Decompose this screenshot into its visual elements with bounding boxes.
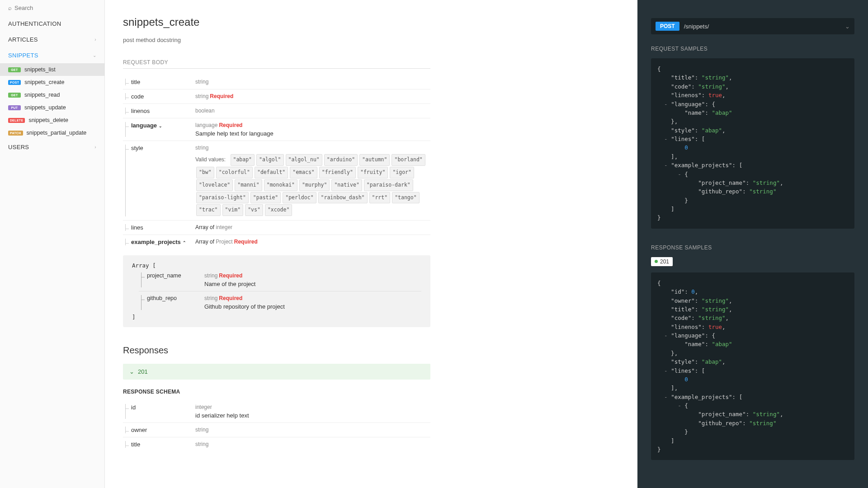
nav-label: SNIPPETS — [8, 52, 38, 59]
param-info: Array of ProjectRequired — [195, 239, 430, 245]
param-name: linenos — [123, 108, 195, 114]
nav-snippets[interactable]: SNIPPETS ⌄ — [0, 47, 104, 63]
required-label: Required — [219, 272, 242, 279]
enum-value: "paraiso-light" — [196, 192, 249, 204]
sub-item-label: snippets_delete — [28, 117, 68, 123]
sub-item-label: snippets_read — [24, 92, 60, 98]
enum-value: "colorful" — [216, 167, 253, 178]
param-info: boolean — [195, 108, 430, 114]
param-type: string — [195, 79, 208, 85]
valid-values: Valid values: "abap""algol""algol_nu""ar… — [195, 154, 430, 216]
sidebar-item-snippets_list[interactable]: GETsnippets_list — [0, 63, 104, 76]
chevron-right-icon: › — [94, 37, 96, 42]
param-row-example-projects[interactable]: example_projects⌃ Array of ProjectRequir… — [123, 235, 430, 249]
param-name: style — [123, 145, 195, 216]
enum-value: "algol" — [256, 154, 283, 166]
enum-value: "friendly" — [319, 167, 356, 178]
sub-item-label: snippets_update — [24, 104, 66, 111]
enum-value: "monokai" — [264, 179, 297, 191]
enum-value: "lovelace" — [196, 179, 233, 191]
search-icon: ⌕ — [8, 5, 12, 11]
request-body-heading: REQUEST BODY — [123, 59, 430, 69]
status-dot-icon — [655, 260, 658, 263]
param-desc: Github repository of the project — [204, 303, 285, 310]
enum-value: "emacs" — [290, 167, 317, 178]
sidebar-item-snippets_create[interactable]: POSTsnippets_create — [0, 76, 104, 89]
status-code: 201 — [660, 258, 669, 265]
endpoint-bar[interactable]: POST /snippets/ ⌄ — [651, 18, 854, 34]
param-type: integer — [216, 224, 232, 230]
nested-info: stringRequiredName of the project — [204, 272, 255, 287]
param-info: stringRequired — [195, 93, 430, 100]
param-desc: Name of the project — [204, 281, 255, 287]
method-tag: PUT — [8, 105, 21, 110]
sidebar-item-snippets_read[interactable]: GETsnippets_read — [0, 89, 104, 101]
required-label: Required — [210, 93, 233, 99]
array-close: ] — [132, 314, 421, 320]
param-type: Project — [216, 239, 232, 245]
response-code-block[interactable]: { "id": 0, "owner": "string", "title": "… — [651, 272, 854, 460]
enum-value: "rrt" — [369, 192, 391, 204]
enum-value: "igor" — [390, 167, 414, 178]
chevron-down-icon: ⌄ — [159, 124, 162, 128]
param-info: integerid serializer help text — [195, 404, 430, 419]
enum-value: "autumn" — [359, 154, 390, 166]
param-row-code: code stringRequired — [123, 89, 430, 104]
param-info: string — [195, 427, 430, 433]
param-name: title — [123, 441, 195, 448]
response-status-row[interactable]: ⌄ 201 — [123, 364, 430, 380]
schema-row-id: id integerid serializer help text — [123, 400, 430, 423]
param-row-linenos: linenos boolean — [123, 104, 430, 118]
method-tag: PATCH — [8, 131, 23, 136]
param-type: string — [195, 93, 208, 99]
param-row-style: style string Valid values: "abap""algol"… — [123, 141, 430, 221]
param-type: language — [195, 122, 217, 128]
enum-value: "xcode" — [265, 204, 292, 216]
responses-heading: Responses — [123, 345, 430, 356]
sidebar-item-snippets_delete[interactable]: DELETEsnippets_delete — [0, 114, 104, 127]
nested-name: project_name — [139, 272, 204, 287]
param-type: string — [195, 427, 208, 433]
param-desc: id serializer help text — [195, 412, 430, 419]
param-row-lines: lines Array of integer — [123, 221, 430, 235]
response-samples-heading: RESPONSE SAMPLES — [651, 244, 854, 251]
enum-value: "manni" — [235, 179, 262, 191]
nested-row-project-name: project_name stringRequiredName of the p… — [139, 269, 421, 291]
status-pill[interactable]: 201 — [651, 257, 673, 266]
endpoint-method: POST — [656, 22, 679, 31]
nav-users[interactable]: USERS › — [0, 139, 104, 155]
nav-label: ARTICLES — [8, 36, 38, 43]
schema-row-title: title string — [123, 437, 430, 451]
param-row-language[interactable]: language⌄ languageRequired Sample help t… — [123, 118, 430, 141]
param-info: string — [195, 79, 430, 85]
enum-value: "murphy" — [299, 179, 330, 191]
nav-label: USERS — [8, 144, 29, 150]
enum-value: "borland" — [392, 154, 425, 166]
sidebar-item-snippets_partial_update[interactable]: PATCHsnippets_partial_update — [0, 127, 104, 139]
enum-value: "pastie" — [250, 192, 281, 204]
param-desc: Sample help text for language — [195, 130, 430, 137]
sidebar-item-snippets_update[interactable]: PUTsnippets_update — [0, 101, 104, 114]
enum-value: "paraiso-dark" — [364, 179, 413, 191]
page-subtitle: post method docstring — [123, 37, 430, 43]
param-info: string — [195, 441, 430, 448]
param-type: integer — [195, 404, 212, 410]
response-schema-heading: RESPONSE SCHEMA — [123, 389, 430, 395]
nav-articles[interactable]: ARTICLES › — [0, 32, 104, 47]
sidebar: ⌕ AUTHENTICATION ARTICLES › SNIPPETS ⌄ G… — [0, 0, 105, 488]
search-input[interactable] — [14, 5, 96, 11]
enum-value: "rainbow_dash" — [318, 192, 368, 204]
nested-name: github_repo — [139, 295, 204, 310]
nav-authentication[interactable]: AUTHENTICATION — [0, 16, 104, 32]
nested-info: stringRequiredGithub repository of the p… — [204, 295, 285, 310]
array-open: Array [ — [132, 262, 421, 269]
request-samples-heading: REQUEST SAMPLES — [651, 46, 854, 52]
request-code-block[interactable]: { "title": "string", "code": "string", "… — [651, 58, 854, 229]
required-label: Required — [219, 122, 242, 128]
method-tag: POST — [8, 80, 21, 85]
param-type: string — [204, 272, 217, 279]
method-tag: GET — [8, 93, 21, 98]
enum-value: "vim" — [222, 204, 244, 216]
chevron-up-icon: ⌃ — [183, 240, 186, 245]
enum-value: "default" — [255, 167, 288, 178]
